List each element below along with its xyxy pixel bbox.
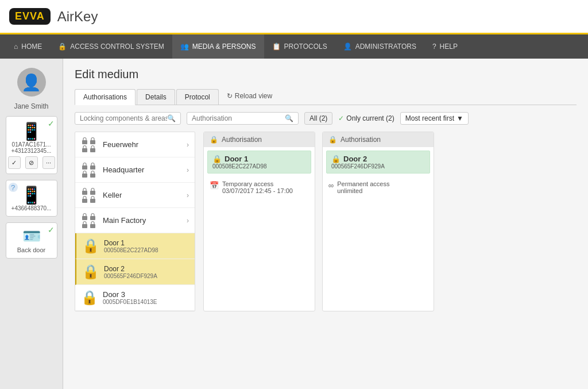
locking-item-feuerwehr[interactable]: Feuerwehr › [75, 132, 195, 157]
auth-card-1: 🔒 Authorisation 🔒 Door 1 000508E2C227AD9… [203, 132, 315, 311]
svg-rect-4 [82, 165, 87, 170]
nav-media[interactable]: 👥 MEDIA & PERSONS [172, 34, 264, 59]
lock-icons-keller [81, 187, 98, 203]
door2-info: Door 2 000565F246DF929A [104, 265, 157, 279]
locking-search-input[interactable] [80, 114, 167, 122]
auth-card-2: 🔒 Authorisation 🔒 Door 2 000565F246DF929… [322, 132, 434, 311]
nav-home[interactable]: ⌂ HOME [6, 34, 50, 59]
locking-item-door2[interactable]: 🔒 Door 2 000565F246DF929A [75, 259, 195, 285]
filter-current[interactable]: ✓ Only current (2) [338, 114, 394, 122]
question-icon-2: ? [9, 183, 18, 192]
nav-protocols-label: PROTOCOLS [284, 43, 327, 51]
door1-info: Door 1 000508E2C227AD98 [104, 239, 158, 253]
device-card-2: ? 📱 +4366488370... [6, 180, 57, 217]
auth-search-icon: 🔍 [285, 114, 293, 122]
device-action-more[interactable]: ··· [42, 156, 55, 169]
nav-media-label: MEDIA & PERSONS [192, 43, 256, 51]
door1-name: Door 1 [104, 239, 158, 247]
locking-item-main-factory[interactable]: Main Factory › [75, 208, 195, 233]
chevron-right-hq: › [187, 166, 189, 174]
nav-help-label: HELP [440, 43, 458, 51]
reload-button[interactable]: ↻ Reload view [227, 92, 272, 100]
auth-access-1: 📅 Temporary access 03/07/2017 12:45 - 17… [204, 177, 315, 198]
tab-details[interactable]: Details [137, 89, 175, 105]
device-id-2: +4366488370... [11, 205, 52, 211]
lock-icons-feuerwehr [81, 137, 98, 152]
svg-rect-5 [90, 165, 95, 170]
door3-code: 0005DF0E1B14013E [103, 299, 157, 305]
door3-name: Door 3 [103, 290, 157, 299]
auth-search-input[interactable] [192, 114, 285, 122]
auth-access-2: ∞ Permanent access unlimited [323, 177, 434, 198]
check-icon-1: ✓ [48, 119, 55, 128]
svg-rect-0 [82, 140, 87, 144]
auth-access-info-1: Temporary access 03/07/2017 12:45 - 17:0… [222, 180, 293, 194]
auth-search-box[interactable]: 🔍 [187, 112, 299, 125]
persons-icon: 👥 [180, 43, 189, 51]
card-icon-3: 🪪 [22, 228, 41, 245]
auth-door-item-1: 🔒 Door 1 000508E2C227AD98 [207, 151, 311, 174]
reload-icon: ↻ [227, 92, 233, 100]
device-action-block[interactable]: ⊘ [25, 156, 38, 169]
door-lock-icon-1: 🔒 [82, 238, 99, 254]
nav-admins[interactable]: 👤 ADMINISTRATORS [335, 34, 424, 59]
page-title: Edit medium [75, 68, 577, 81]
door2-name: Door 2 [104, 265, 157, 273]
device-action-approve[interactable]: ✓ [8, 156, 21, 169]
auth-access-type-1: Temporary access [222, 180, 293, 187]
locking-item-keller[interactable]: Keller › [75, 183, 195, 208]
locking-item-door3[interactable]: 🔒 Door 3 0005DF0E1B14013E [75, 285, 195, 311]
svg-rect-13 [90, 216, 95, 220]
tab-bar: Authorisations Details Protocol ↻ Reload… [75, 89, 577, 105]
svg-rect-2 [82, 148, 87, 152]
chevron-right-keller: › [187, 191, 189, 199]
svg-rect-1 [90, 140, 95, 144]
svg-rect-12 [82, 216, 87, 220]
avatar-icon: 👤 [21, 73, 41, 92]
tab-protocol[interactable]: Protocol [176, 89, 219, 105]
evva-logo: EVVA [9, 8, 51, 25]
home-icon: ⌂ [14, 43, 18, 51]
calendar-icon: 📅 [210, 181, 219, 190]
auth-door-lock-icon-2: 🔒 [331, 155, 341, 163]
auth-access-info-2: Permanent access unlimited [337, 180, 389, 194]
auth-door-name-2: 🔒 Door 2 [331, 155, 425, 163]
svg-rect-9 [90, 191, 95, 195]
auth-header-lock-icon-1: 🔒 [210, 136, 218, 144]
locking-name-hq: Headquarter [103, 165, 144, 174]
locking-search-icon: 🔍 [167, 114, 176, 122]
filter-all-badge[interactable]: All (2) [304, 112, 332, 125]
doc-icon: 📋 [272, 43, 281, 51]
filter-current-label: Only current (2) [346, 114, 394, 122]
nav-help[interactable]: ? HELP [424, 34, 466, 59]
nav-protocols[interactable]: 📋 PROTOCOLS [264, 34, 335, 59]
locking-item-headquarter[interactable]: Headquarter › [75, 157, 195, 183]
filter-row: 🔍 🔍 All (2) ✓ Only current (2) Most rece… [75, 112, 577, 125]
reload-label: Reload view [235, 92, 272, 100]
nav-home-label: HOME [21, 43, 42, 51]
svg-rect-7 [90, 174, 95, 178]
locking-item-door1[interactable]: 🔒 Door 1 000508E2C227AD98 [75, 233, 195, 259]
nav-access[interactable]: 🔒 ACCESS CONTROL SYSTEM [50, 34, 172, 59]
main-layout: 👤 Jane Smith ✓ 📱 01A7AC1671... +43123123… [0, 59, 588, 389]
app-header: EVVA AirKey [0, 0, 588, 34]
auth-door-lock-icon-1: 🔒 [212, 155, 222, 163]
svg-rect-8 [82, 191, 87, 195]
auth-door-item-2: 🔒 Door 2 000565F246DF929A [326, 151, 430, 174]
sort-dropdown[interactable]: Most recent first ▼ [400, 112, 469, 125]
locking-search-box[interactable]: 🔍 [75, 112, 181, 125]
app-title: AirKey [57, 9, 98, 25]
device-phone-1: +4312312345... [11, 148, 52, 154]
tab-authorisations[interactable]: Authorisations [75, 89, 136, 105]
svg-rect-15 [90, 224, 95, 228]
door2-code: 000565F246DF929A [104, 273, 157, 279]
help-icon: ? [432, 43, 436, 51]
auth-panels: 🔒 Authorisation 🔒 Door 1 000508E2C227AD9… [203, 132, 577, 311]
auth-door-id-2: 000565F246DF929A [331, 163, 425, 170]
nav-admins-label: ADMINISTRATORS [355, 43, 416, 51]
locking-name-feuerwehr: Feuerwehr [103, 140, 138, 149]
door-lock-icon-3: 🔒 [81, 290, 98, 306]
content-area: Edit medium Authorisations Details Proto… [63, 59, 588, 389]
lock-icon: 🔒 [58, 43, 67, 51]
door1-code: 000508E2C227AD98 [104, 247, 158, 253]
